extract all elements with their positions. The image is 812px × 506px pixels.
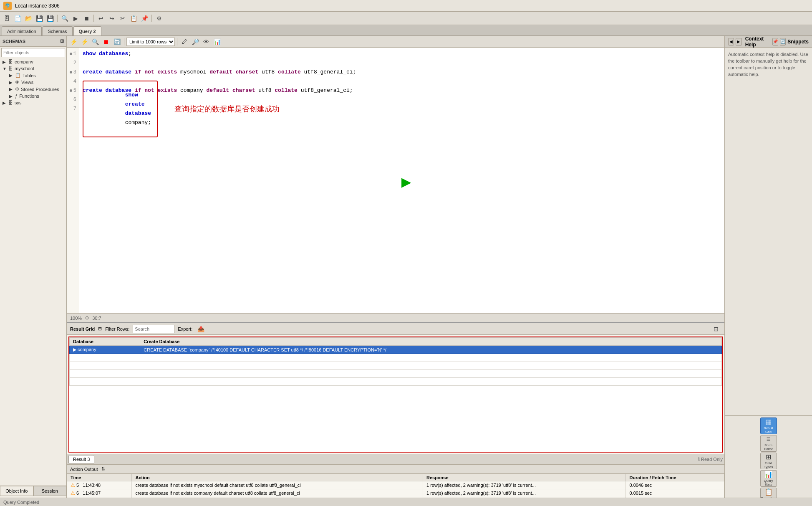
context-help-content: Automatic context help is disabled. Use … xyxy=(725,48,812,415)
field-types-btn-label: FieldTypes xyxy=(764,462,773,469)
field-types-btn[interactable]: ⊞ FieldTypes xyxy=(760,453,777,469)
schema-inspector-btn[interactable]: 📊 xyxy=(212,37,222,46)
wrap-btn[interactable]: ⊡ xyxy=(711,324,721,334)
query-stats-btn[interactable]: 📊 QueryStats xyxy=(760,470,777,487)
execute-lightning-btn[interactable]: ⚡ xyxy=(68,37,78,46)
visibility-btn[interactable]: 👁 xyxy=(201,37,211,46)
tab-object-info[interactable]: Object Info xyxy=(0,486,33,496)
col-create-database: Create Database xyxy=(140,338,722,346)
limit-rows-select[interactable]: Limit to 1000 rows xyxy=(126,38,175,46)
highlighted-code: show create database company; xyxy=(83,81,158,137)
tables-icon: 📋 xyxy=(15,73,21,78)
tree-item-myschool[interactable]: ▼ 🗄 myschool xyxy=(0,65,66,72)
schema-filter-input[interactable] xyxy=(1,48,65,57)
save-btn[interactable]: 💾 xyxy=(34,14,44,23)
results-tab-3[interactable]: Result 3 xyxy=(68,455,94,463)
a5-time: ⚠ 5 11:43:48 xyxy=(67,481,132,489)
tab-administration[interactable]: Administration xyxy=(2,26,42,35)
action-output-label: Action Output xyxy=(70,467,98,472)
sep3 xyxy=(151,15,152,22)
semi1: ; xyxy=(128,49,131,58)
tree-item-functions[interactable]: ▶ ƒ Functions xyxy=(7,93,66,99)
sep2 xyxy=(93,15,94,22)
paste-btn[interactable]: 📌 xyxy=(139,14,149,23)
code-line-1: show databases ; xyxy=(83,49,721,58)
cell-arrow: ▶ company xyxy=(70,346,140,354)
col-time: Time xyxy=(67,474,132,481)
explain-btn[interactable]: 🔍 xyxy=(90,37,100,46)
undo-btn[interactable]: ↩ xyxy=(96,14,106,23)
redo-btn[interactable]: ↪ xyxy=(107,14,117,23)
result-row-empty-2 xyxy=(70,362,722,370)
tab-query2[interactable]: Query 2 xyxy=(73,26,101,35)
results-grid[interactable]: Database Create Database ▶ company CREAT… xyxy=(68,336,723,453)
right-sidebar-header: ◀ ▶ Context Help 📌 🔄 Snippets xyxy=(725,36,812,48)
snippets-title: Snippets xyxy=(787,39,809,45)
sp-icon: ⚙ xyxy=(15,86,19,92)
col-response: Response xyxy=(423,474,626,481)
forward-nav-btn[interactable]: ▶ xyxy=(736,38,741,46)
action-sort-icon[interactable]: ⇅ xyxy=(101,466,105,472)
pin-btn[interactable]: 📌 xyxy=(772,38,778,46)
sp-arrow-icon: ▶ xyxy=(9,87,13,91)
stop-btn[interactable]: ⏹ xyxy=(81,14,91,23)
filter-rows-label: Filter Rows: xyxy=(105,326,129,331)
new-query-btn[interactable]: 📄 xyxy=(13,14,23,23)
results-toolbar: Result Grid ⊞ Filter Rows: Export: 📤 ⊡ xyxy=(67,323,724,335)
company-label: company xyxy=(15,59,33,64)
tab-schemas[interactable]: Schemas xyxy=(43,26,73,35)
export-btn[interactable]: 📤 xyxy=(196,324,206,334)
tree-item-stored-procedures[interactable]: ▶ ⚙ Stored Procedures xyxy=(7,86,66,93)
result-grid-btn[interactable]: ▦ ResultGrid xyxy=(760,417,777,434)
back-nav-btn[interactable]: ◀ xyxy=(728,38,734,46)
new-schema-btn[interactable]: 🗄 xyxy=(2,14,12,23)
result-row-1[interactable]: ▶ company CREATE DATABASE `company` /*!4… xyxy=(70,346,722,354)
copy-btn[interactable]: 📋 xyxy=(129,14,139,23)
execute-selected-btn[interactable]: ⚡ xyxy=(79,37,89,46)
editor-area: 1 2 3 4 5 6 7 show databases ; xyxy=(67,48,724,313)
format-btn[interactable]: 🖊 xyxy=(179,37,189,46)
code-line-3: create database if not exists myschool d… xyxy=(83,68,721,77)
sidebar-toggle-icon[interactable]: ⊞ xyxy=(60,38,64,44)
refresh-help-btn[interactable]: 🔄 xyxy=(780,38,786,46)
tree-item-company[interactable]: ▶ 🗄 company xyxy=(0,58,66,65)
save-all-btn[interactable]: 💾 xyxy=(45,14,55,23)
tree-item-tables[interactable]: ▶ 📋 Tables xyxy=(7,72,66,79)
zoom-toggle[interactable]: ⊕ xyxy=(85,315,89,321)
sys-arrow-icon: ▶ xyxy=(3,101,7,105)
fn-arrow-icon: ▶ xyxy=(9,94,13,99)
result-row-empty-4 xyxy=(70,378,722,386)
app-icon: 🐬 xyxy=(3,2,12,10)
results-search-input[interactable] xyxy=(133,325,174,333)
ln-6: 6 xyxy=(67,95,79,104)
stop-query-btn[interactable]: ⏹ xyxy=(101,37,111,46)
inspect-btn[interactable]: 🔍 xyxy=(60,14,70,23)
kw-databases1: databases xyxy=(99,49,128,58)
ln-5: 5 xyxy=(67,86,79,95)
tab-session[interactable]: Session xyxy=(33,486,67,496)
form-editor-btn[interactable]: ≡ Form Editor xyxy=(760,435,777,452)
a6-time: ⚠ 6 11:45:07 xyxy=(67,489,132,497)
find-btn[interactable]: 🔎 xyxy=(190,37,200,46)
dot-1 xyxy=(70,53,72,55)
query-stats-icon: 📊 xyxy=(764,471,773,478)
action-row-5: ⚠ 5 11:43:48 create database if not exis… xyxy=(67,481,724,489)
myschool-label: myschool xyxy=(15,66,34,71)
sp-label: Stored Procedures xyxy=(21,87,59,92)
result-grid-btn-label: ResultGrid xyxy=(764,427,773,434)
action-header-row: Time Action Response Duration / Fetch Ti… xyxy=(67,474,724,481)
cut-btn[interactable]: ✂ xyxy=(118,14,128,23)
tree-item-sys[interactable]: ▶ 🗄 sys xyxy=(0,99,66,106)
open-btn[interactable]: 📂 xyxy=(23,14,33,23)
refresh-btn[interactable]: 🔄 xyxy=(112,37,122,46)
execute-btn[interactable]: ▶ xyxy=(71,14,81,23)
settings-btn[interactable]: ⚙ xyxy=(154,14,164,23)
chinese-comment: 查询指定的数据库是否创建成功 xyxy=(174,104,280,114)
tree-item-views[interactable]: ▶ 👁 Views xyxy=(7,79,66,86)
results-tabs-row: Result 3 ℹ Read Only xyxy=(67,454,724,464)
tables-arrow-icon: ▶ xyxy=(9,73,13,78)
context-help-text: Automatic context help is disabled. Use … xyxy=(728,52,808,77)
ln-7: 7 xyxy=(67,104,79,114)
sidebar-header: SCHEMAS ⊞ xyxy=(0,36,66,47)
dot-5 xyxy=(70,89,72,92)
